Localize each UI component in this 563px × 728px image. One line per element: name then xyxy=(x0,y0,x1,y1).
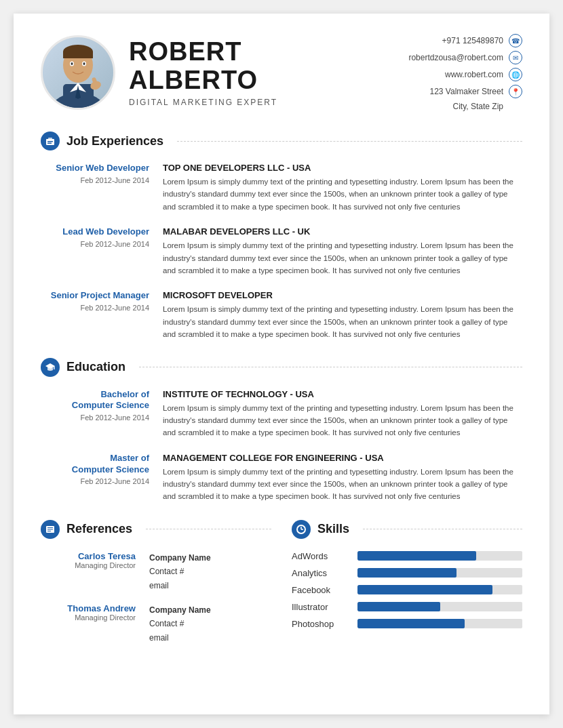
bottom-section: References Carlos Teresa Managing Direct… xyxy=(41,520,522,655)
job-section-title: Job Experiences xyxy=(66,134,163,148)
ref-right-0: Company Name Contact # email xyxy=(149,551,211,592)
edu-entry-right-1: MANAGEMENT COLLEGE FOR ENGINEERING - USA… xyxy=(163,453,522,503)
ref-email-0: email xyxy=(149,581,169,590)
skills-section-header: Skills xyxy=(292,520,522,539)
skill-bar-fill-1 xyxy=(357,568,457,578)
job-section-divider xyxy=(177,141,522,142)
job-date-1: Feb 2012-June 2014 xyxy=(41,240,149,248)
skill-row: AdWords xyxy=(292,551,522,561)
ref-company-0: Company Name xyxy=(149,553,211,563)
svg-rect-21 xyxy=(47,527,53,528)
skill-bar-fill-4 xyxy=(357,619,465,628)
ref-role-0: Managing Director xyxy=(41,561,136,569)
svg-point-10 xyxy=(71,62,73,65)
edu-role-1: Master ofComputer Science xyxy=(41,453,149,476)
job-company-0: TOP ONE DEVELOPERS LLC - USA xyxy=(163,163,522,173)
job-role-2: Senior Project Manager xyxy=(41,290,149,302)
svg-rect-22 xyxy=(47,529,53,529)
svg-point-11 xyxy=(83,62,85,65)
edu-entry-left-0: Bachelor ofComputer Science Feb 2012-Jun… xyxy=(41,389,149,439)
job-experiences-section: Job Experiences Senior Web Developer Feb… xyxy=(41,132,522,341)
edu-entry: Bachelor ofComputer Science Feb 2012-Jun… xyxy=(41,389,522,439)
job-role-0: Senior Web Developer xyxy=(41,163,149,174)
email-row: robertdzousa@robert.com ✉ xyxy=(408,51,522,64)
edu-entry: Master ofComputer Science Feb 2012-June … xyxy=(41,453,522,503)
website-row: www.robert.com 🌐 xyxy=(445,68,522,81)
ref-role-1: Managing Director xyxy=(41,613,136,622)
full-name: ROBERT ALBERTO xyxy=(129,38,277,95)
ref-section-icon xyxy=(41,520,60,539)
edu-date-1: Feb 2012-June 2014 xyxy=(41,477,149,485)
skill-bar-bg-4 xyxy=(357,619,522,628)
ref-section-divider xyxy=(146,529,271,529)
ref-contact-0: Contact # xyxy=(149,567,184,576)
skill-bar-fill-2 xyxy=(357,585,492,594)
email-icon: ✉ xyxy=(509,51,522,64)
svg-rect-19 xyxy=(54,366,55,369)
ref-email-1: email xyxy=(149,633,169,643)
ref-company-1: Company Name xyxy=(149,605,211,615)
ref-entry: Thomas Andrew Managing Director Company … xyxy=(41,603,271,645)
job-entry-right-2: MICROSOFT DEVELOPER Lorem Ipsum is simpl… xyxy=(163,290,522,340)
skill-bar-fill-3 xyxy=(357,602,440,611)
job-entry-right-0: TOP ONE DEVELOPERS LLC - USA Lorem Ipsum… xyxy=(163,163,522,213)
edu-entries-list: Bachelor ofComputer Science Feb 2012-Jun… xyxy=(41,389,522,503)
skill-bar-bg-2 xyxy=(357,585,522,594)
job-entry-left-1: Lead Web Developer Feb 2012-June 2014 xyxy=(41,226,149,277)
header-left: ROBERT ALBERTO DIGITAL MARKETING EXPERT xyxy=(41,35,277,110)
skill-row: Photoshop xyxy=(292,619,522,629)
svg-rect-15 xyxy=(48,138,52,140)
svg-rect-7 xyxy=(63,52,93,58)
address-text-1: 123 Valmaker Street xyxy=(430,87,504,96)
svg-rect-23 xyxy=(47,531,51,531)
ref-section-header: References xyxy=(41,520,271,539)
skills-section-title: Skills xyxy=(317,522,349,536)
phone-row: +971 125489870 ☎ xyxy=(442,34,522,47)
job-date-2: Feb 2012-June 2014 xyxy=(41,304,149,312)
address-row-2: City, State Zip xyxy=(453,102,522,111)
skill-name-0: AdWords xyxy=(292,551,349,561)
skill-name-1: Analytics xyxy=(292,568,349,578)
skill-name-3: Illustrator xyxy=(292,602,349,612)
skill-bars-list: AdWords Analytics Facebook Illustrator P… xyxy=(292,551,522,629)
skills-section-icon xyxy=(292,520,311,539)
job-section-header: Job Experiences xyxy=(41,132,522,150)
edu-desc-1: Lorem Ipsum is simply dummy text of the … xyxy=(163,466,522,503)
skill-row: Facebook xyxy=(292,585,522,595)
ref-contact-1: Contact # xyxy=(149,619,184,628)
job-entry-right-1: MALABAR DEVELOPERS LLC - UK Lorem Ipsum … xyxy=(163,226,522,277)
skill-bar-bg-1 xyxy=(357,568,522,578)
edu-date-0: Feb 2012-June 2014 xyxy=(41,413,149,422)
address-text-2: City, State Zip xyxy=(453,102,503,111)
skill-bar-fill-0 xyxy=(357,551,476,561)
job-role-1: Lead Web Developer xyxy=(41,226,149,238)
ref-entries-list: Carlos Teresa Managing Director Company … xyxy=(41,551,271,645)
job-entry: Senior Project Manager Feb 2012-June 201… xyxy=(41,290,522,340)
job-entry: Senior Web Developer Feb 2012-June 2014 … xyxy=(41,163,522,213)
skills-section-divider xyxy=(363,529,522,529)
job-date-0: Feb 2012-June 2014 xyxy=(41,176,149,184)
edu-role-0: Bachelor ofComputer Science xyxy=(41,389,149,412)
ref-name-1: Thomas Andrew xyxy=(41,603,136,613)
references-section: References Carlos Teresa Managing Direct… xyxy=(41,520,271,655)
ref-entry: Carlos Teresa Managing Director Company … xyxy=(41,551,271,592)
edu-company-1: MANAGEMENT COLLEGE FOR ENGINEERING - USA xyxy=(163,453,522,463)
edu-section-icon xyxy=(41,358,60,377)
ref-right-1: Company Name Contact # email xyxy=(149,603,211,645)
skill-row: Analytics xyxy=(292,568,522,578)
ref-left-1: Thomas Andrew Managing Director xyxy=(41,603,136,645)
name-block: ROBERT ALBERTO DIGITAL MARKETING EXPERT xyxy=(129,38,277,107)
skill-bar-bg-3 xyxy=(357,602,522,611)
job-company-1: MALABAR DEVELOPERS LLC - UK xyxy=(163,226,522,237)
skill-bar-bg-0 xyxy=(357,551,522,561)
website-text: www.robert.com xyxy=(445,70,503,79)
skills-section: Skills AdWords Analytics Facebook Illust… xyxy=(292,520,522,655)
phone-text: +971 125489870 xyxy=(442,36,503,45)
job-entry: Lead Web Developer Feb 2012-June 2014 MA… xyxy=(41,226,522,277)
edu-section-divider xyxy=(139,367,522,367)
website-icon: 🌐 xyxy=(509,68,522,81)
job-desc-2: Lorem Ipsum is simply dummy text of the … xyxy=(163,303,522,340)
job-entry-left-2: Senior Project Manager Feb 2012-June 201… xyxy=(41,290,149,340)
job-company-2: MICROSOFT DEVELOPER xyxy=(163,290,522,300)
email-text: robertdzousa@robert.com xyxy=(408,53,503,62)
